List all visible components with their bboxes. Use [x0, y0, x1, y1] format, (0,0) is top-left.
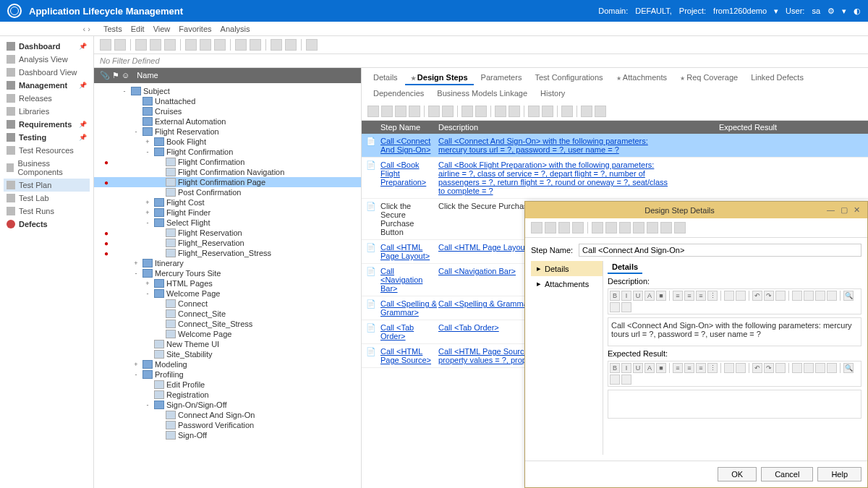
tree-node[interactable]: ●Flight_Reservation — [94, 238, 361, 248]
tree-node[interactable]: +HTML Pages — [94, 278, 361, 288]
toolbar-btn[interactable] — [214, 39, 226, 51]
toolbar-btn[interactable] — [461, 106, 473, 117]
help-icon[interactable]: ◐ — [854, 7, 861, 16]
sidebar-item-test-runs[interactable]: Test Runs — [4, 205, 90, 218]
toolbar-btn[interactable] — [528, 106, 540, 117]
menu-tests[interactable]: Tests — [103, 25, 122, 33]
toolbar-btn[interactable] — [619, 222, 631, 234]
rtb-btn[interactable] — [815, 291, 825, 301]
pin-icon[interactable]: 📌 — [79, 121, 87, 128]
step-description-link[interactable]: Call <Connect And Sign-On> with the foll… — [438, 137, 676, 154]
search-icon[interactable] — [509, 106, 520, 117]
toolbar-btn[interactable] — [285, 39, 297, 51]
cancel-button[interactable]: Cancel — [761, 467, 813, 481]
next-icon[interactable] — [558, 222, 570, 234]
description-editor[interactable]: Call <Connect And Sign-On> with the foll… — [608, 317, 861, 346]
sidebar-item-test-plan[interactable]: Test Plan — [4, 179, 90, 192]
step-row[interactable]: 📄Call <Connect And Sign-On>Call <Connect… — [362, 134, 868, 158]
tab-test-configurations[interactable]: Test Configurations — [529, 71, 608, 85]
collapse-icon[interactable]: - — [120, 87, 129, 95]
rtb-btn[interactable] — [827, 291, 837, 301]
tree-node[interactable]: +Itinerary — [94, 258, 361, 268]
tree-node[interactable]: +Book Flight — [94, 137, 361, 147]
close-icon[interactable]: ✕ — [854, 205, 860, 215]
bold-icon[interactable]: B — [610, 363, 620, 373]
tree-node[interactable]: +Modeling — [94, 359, 361, 369]
dialog-right-tab[interactable]: Details — [608, 261, 642, 274]
menu-edit[interactable]: Edit — [131, 25, 145, 33]
menu-analysis[interactable]: Analysis — [221, 25, 250, 33]
rtb-btn[interactable] — [724, 363, 734, 373]
sidebar-item-dashboard[interactable]: Dashboard📌 — [4, 40, 90, 53]
tree-node[interactable]: Edit Profile — [94, 380, 361, 390]
tree-node[interactable]: New Theme UI — [94, 339, 361, 349]
step-row[interactable]: 📄Call <Book Flight Preparation>Call <Boo… — [362, 158, 868, 199]
rtb-btn[interactable] — [736, 363, 746, 373]
tree-node[interactable]: -Subject — [94, 86, 361, 96]
align-center-icon[interactable]: ≡ — [684, 363, 694, 373]
redo-icon[interactable]: ↷ — [764, 291, 774, 301]
tree-node[interactable]: -Mercury Tours Site — [94, 268, 361, 278]
tree-node[interactable]: -Welcome Page — [94, 288, 361, 299]
step-name-link[interactable]: Call <Navigation Bar> — [380, 267, 438, 293]
toolbar-btn[interactable] — [561, 106, 573, 117]
first-icon[interactable] — [531, 222, 542, 234]
copy-icon[interactable] — [428, 106, 440, 117]
rtb-btn[interactable] — [621, 374, 631, 385]
pin-icon[interactable]: 📌 — [79, 134, 87, 141]
back-icon[interactable]: ‹ — [83, 25, 86, 33]
tab-history[interactable]: History — [535, 87, 571, 100]
tree-node[interactable]: Flight Confirmation Navigation — [94, 167, 361, 177]
tree-node[interactable]: Welcome Page — [94, 329, 361, 339]
help-button[interactable]: Help — [817, 467, 861, 481]
tree-node[interactable]: ●Flight Confirmation — [94, 157, 361, 167]
tree-node[interactable]: -Profiling — [94, 369, 361, 380]
search-icon[interactable] — [633, 222, 644, 234]
project-value[interactable]: from1260demo — [713, 7, 767, 15]
toolbar-btn[interactable] — [542, 106, 553, 117]
toolbar-btn[interactable] — [495, 106, 506, 117]
toolbar-btn[interactable] — [395, 106, 407, 117]
tree-node[interactable]: Unattached — [94, 96, 361, 106]
filter-icon[interactable] — [164, 39, 176, 51]
sidebar-item-defects[interactable]: Defects — [4, 218, 90, 231]
color-icon[interactable]: ■ — [656, 363, 666, 373]
tree-node[interactable]: -Flight Confirmation — [94, 147, 361, 157]
toolbar-btn[interactable] — [271, 39, 282, 51]
rtb-btn[interactable] — [610, 302, 620, 312]
tab-linked-defects[interactable]: Linked Defects — [745, 71, 809, 85]
prev-icon[interactable] — [545, 222, 556, 234]
color-icon[interactable]: ■ — [656, 291, 666, 301]
step-name-link[interactable]: Call <HTML Page Layout> — [380, 243, 438, 260]
tab-details[interactable]: Details — [367, 71, 404, 85]
toolbar-btn[interactable] — [100, 39, 111, 51]
tree-node[interactable]: ●Flight_Reservation_Stress — [94, 248, 361, 258]
rtb-btn[interactable] — [610, 374, 620, 385]
expand-icon[interactable]: + — [132, 260, 140, 267]
step-name-link[interactable]: Call <HTML Page Source> — [380, 347, 438, 364]
sidebar-item-releases[interactable]: Releases — [4, 92, 90, 105]
tree-node[interactable]: Connect — [94, 299, 361, 309]
tree-node[interactable]: +Flight Finder — [94, 207, 361, 218]
tree-node[interactable]: Connect_Site — [94, 309, 361, 319]
ok-button[interactable]: OK — [718, 467, 757, 481]
tree-node[interactable]: Sign-Off — [94, 430, 361, 440]
chevron-down-icon[interactable]: ▾ — [774, 7, 778, 16]
underline-icon[interactable]: U — [633, 363, 643, 373]
sidebar-item-analysis-view[interactable]: Analysis View — [4, 53, 90, 66]
expand-icon[interactable]: + — [143, 199, 152, 206]
step-name-link[interactable]: Click the Secure Purchase Button — [380, 202, 438, 236]
sidebar-item-test-resources[interactable]: Test Resources — [4, 144, 90, 157]
tree-node[interactable]: -Flight Reservation — [94, 127, 361, 137]
expand-icon[interactable]: + — [143, 209, 152, 216]
tree-node[interactable]: ●Flight Reservation — [94, 228, 361, 238]
redo-icon[interactable]: ↷ — [764, 363, 774, 373]
toolbar-btn[interactable] — [674, 222, 686, 234]
step-name-link[interactable]: Call <Spelling & Grammar> — [380, 299, 438, 317]
toolbar-btn[interactable] — [595, 106, 606, 117]
tree-node[interactable]: ●Flight Confirmation Page — [94, 177, 361, 187]
zoom-icon[interactable]: 🔍 — [843, 291, 854, 301]
step-name-link[interactable]: Call <Tab Order> — [380, 323, 438, 341]
tree-node[interactable]: Post Confirmation — [94, 187, 361, 197]
list-icon[interactable]: ⋮ — [707, 291, 718, 301]
